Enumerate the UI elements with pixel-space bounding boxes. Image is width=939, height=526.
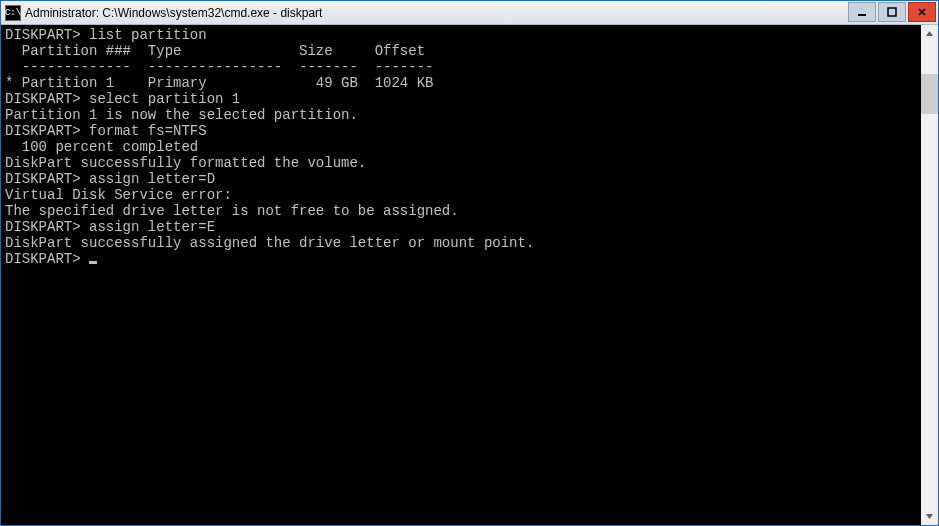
minimize-button[interactable] (848, 2, 876, 22)
prompt: DISKPART> (5, 251, 89, 267)
svg-rect-0 (858, 14, 866, 16)
svg-marker-4 (926, 31, 933, 36)
terminal-output[interactable]: DISKPART> list partition Partition ### T… (1, 25, 921, 525)
command-text: select partition 1 (89, 91, 240, 107)
app-icon: C:\ (5, 5, 21, 21)
table-divider: ------------- ---------------- ------- -… (5, 59, 917, 75)
maximize-button[interactable] (878, 2, 906, 22)
prompt: DISKPART> (5, 27, 89, 43)
svg-marker-5 (926, 514, 933, 519)
command-prompt-window: C:\ Administrator: C:\Windows\system32\c… (0, 0, 939, 526)
table-header: Partition ### Type Size Offset (5, 43, 917, 59)
chevron-up-icon (925, 29, 934, 38)
command-text: list partition (89, 27, 207, 43)
scrollbar-thumb[interactable] (921, 74, 938, 114)
window-title: Administrator: C:\Windows\system32\cmd.e… (25, 6, 848, 20)
close-icon (917, 7, 927, 17)
terminal-area: DISKPART> list partition Partition ### T… (1, 25, 938, 525)
command-text: assign letter=D (89, 171, 215, 187)
window-controls (848, 1, 938, 24)
prompt: DISKPART> (5, 219, 89, 235)
prompt: DISKPART> (5, 171, 89, 187)
minimize-icon (857, 7, 867, 17)
table-row: * Partition 1 Primary 49 GB 1024 KB (5, 75, 917, 91)
prompt: DISKPART> (5, 123, 89, 139)
cursor (89, 261, 97, 264)
error-text: Virtual Disk Service error: (5, 187, 917, 203)
command-text: format fs=NTFS (89, 123, 207, 139)
output-text: 100 percent completed (5, 139, 917, 155)
svg-rect-1 (888, 8, 896, 16)
vertical-scrollbar[interactable] (921, 25, 938, 525)
chevron-down-icon (925, 512, 934, 521)
error-text: The specified drive letter is not free t… (5, 203, 917, 219)
prompt: DISKPART> (5, 91, 89, 107)
scroll-down-button[interactable] (921, 508, 938, 525)
output-text: Partition 1 is now the selected partitio… (5, 107, 917, 123)
command-text: assign letter=E (89, 219, 215, 235)
maximize-icon (887, 7, 897, 17)
scrollbar-track[interactable] (921, 42, 938, 508)
close-button[interactable] (908, 2, 936, 22)
output-text: DiskPart successfully assigned the drive… (5, 235, 917, 251)
scroll-up-button[interactable] (921, 25, 938, 42)
titlebar[interactable]: C:\ Administrator: C:\Windows\system32\c… (1, 1, 938, 25)
output-text: DiskPart successfully formatted the volu… (5, 155, 917, 171)
